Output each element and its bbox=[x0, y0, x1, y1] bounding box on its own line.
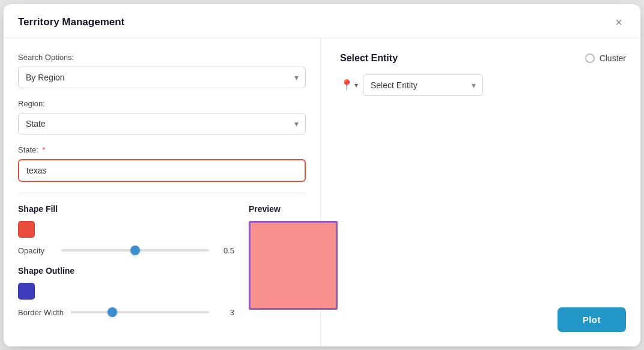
modal-title: Territory Management bbox=[18, 16, 124, 28]
state-label: State: * bbox=[18, 145, 306, 154]
shape-fill-title: Shape Fill bbox=[18, 204, 234, 214]
shape-fill-section: Shape Fill Opacity 0.5 bbox=[18, 204, 234, 255]
state-input[interactable] bbox=[18, 159, 306, 182]
shape-outline-color-swatch[interactable] bbox=[18, 283, 35, 300]
search-options-group: Search Options: By Region ▾ bbox=[18, 53, 306, 88]
region-group: Region: State ▾ bbox=[18, 99, 306, 134]
border-width-label: Border Width bbox=[18, 308, 64, 317]
shape-outline-title: Shape Outline bbox=[18, 266, 234, 276]
cluster-radio[interactable] bbox=[585, 53, 595, 63]
shape-outline-section: Shape Outline Border Width 3 bbox=[18, 266, 234, 317]
entity-row: 📍 ▾ Select Entity ▾ bbox=[340, 74, 626, 96]
opacity-row: Opacity 0.5 bbox=[18, 246, 234, 255]
shape-controls: Shape Fill Opacity 0.5 bbox=[18, 204, 234, 317]
opacity-slider-thumb[interactable] bbox=[130, 246, 140, 255]
modal-header: Territory Management × bbox=[4, 4, 640, 38]
right-top: Select Entity Cluster 📍 ▾ Select Entity bbox=[340, 53, 626, 307]
pin-wrapper[interactable]: 📍 ▾ bbox=[340, 80, 358, 91]
right-panel: Select Entity Cluster 📍 ▾ Select Entity bbox=[321, 38, 640, 346]
select-entity-title: Select Entity bbox=[340, 53, 398, 64]
plot-button[interactable]: Plot bbox=[557, 307, 626, 332]
required-indicator: * bbox=[43, 145, 46, 154]
pin-chevron-icon: ▾ bbox=[354, 81, 358, 89]
border-width-value: 3 bbox=[216, 308, 234, 317]
territory-management-modal: Territory Management × Search Options: B… bbox=[4, 4, 640, 346]
border-width-slider-thumb[interactable] bbox=[108, 307, 117, 317]
region-label: Region: bbox=[18, 99, 306, 108]
select-entity-header: Select Entity Cluster bbox=[340, 53, 626, 64]
entity-select-wrapper: Select Entity ▾ bbox=[363, 74, 483, 96]
region-select[interactable]: State bbox=[18, 113, 306, 134]
search-options-label: Search Options: bbox=[18, 53, 306, 62]
cluster-label: Cluster bbox=[600, 53, 626, 63]
close-button[interactable]: × bbox=[612, 15, 626, 29]
opacity-label: Opacity bbox=[18, 246, 54, 255]
divider bbox=[18, 193, 306, 193]
search-options-select-wrapper: By Region ▾ bbox=[18, 67, 306, 88]
shape-section: Shape Fill Opacity 0.5 bbox=[18, 204, 306, 317]
state-group: State: * bbox=[18, 145, 306, 182]
border-width-row: Border Width 3 bbox=[18, 308, 234, 317]
left-panel: Search Options: By Region ▾ Region: Stat… bbox=[4, 38, 321, 346]
cluster-option[interactable]: Cluster bbox=[585, 53, 626, 63]
region-select-wrapper: State ▾ bbox=[18, 113, 306, 134]
shape-fill-color-swatch[interactable] bbox=[18, 221, 35, 238]
entity-select[interactable]: Select Entity bbox=[363, 74, 483, 96]
opacity-value: 0.5 bbox=[216, 246, 234, 255]
opacity-slider-track[interactable] bbox=[61, 249, 209, 252]
border-width-slider-track[interactable] bbox=[71, 311, 209, 313]
modal-body: Search Options: By Region ▾ Region: Stat… bbox=[4, 38, 640, 346]
map-pin-icon: 📍 bbox=[340, 80, 353, 91]
search-options-select[interactable]: By Region bbox=[18, 67, 306, 88]
